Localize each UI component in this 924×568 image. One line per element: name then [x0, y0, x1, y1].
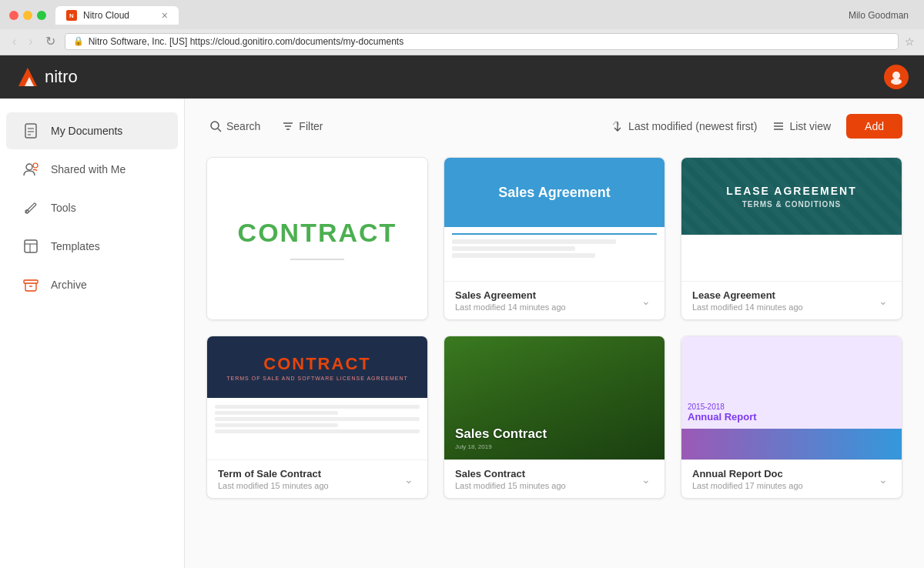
list-view-button[interactable]: List view [769, 115, 834, 137]
doc-info-lease-agreement: Lease Agreement Last modified 14 minutes… [692, 289, 875, 312]
ar-title-text: Annual Report [688, 411, 757, 423]
svg-point-9 [33, 163, 38, 168]
doc-modified-sales-contract: Last modified 15 minutes ago [455, 481, 638, 490]
doc-info-sales-agreement: Sales Agreement Last modified 14 minutes… [455, 289, 638, 312]
templates-icon [22, 237, 40, 256]
app-body: My Documents Shared with Me [0, 99, 924, 568]
la-body [681, 235, 902, 281]
doc-modified-lease-agreement: Last modified 14 minutes ago [692, 302, 875, 312]
doc-name-term-of-sale: Term of Sale Contract [218, 468, 401, 479]
browser-chrome: N Nitro Cloud × Milo Goodman ‹ › ↻ 🔒 Nit… [0, 0, 924, 55]
doc-card-term-of-sale[interactable]: CONTRACT TERMS OF SALE AND SOFTWARE LICE… [206, 336, 428, 499]
la-header: LEASE AGREEMENT Terms & Conditions [681, 158, 902, 235]
logo: nitro [15, 65, 78, 89]
sort-label: Last modified (newest first) [628, 120, 757, 132]
sc-title: Sales Contract [455, 426, 547, 442]
forward-button[interactable]: › [25, 33, 35, 50]
svg-rect-15 [24, 280, 38, 283]
chevron-down-icon-sales-contract[interactable]: ⌄ [638, 470, 654, 489]
sort-button[interactable]: Last modified (newest first) [611, 120, 757, 132]
doc-card-annual-report[interactable]: 2015-2018 Annual Report Annual Report Do… [681, 336, 902, 499]
ar-year-text: 2015-2018 [688, 403, 757, 411]
document-grid: CONTRACT Contract Last modified 5 minute… [206, 157, 902, 499]
nitro-logo-icon [15, 65, 40, 89]
sidebar-item-archive[interactable]: Archive [6, 266, 178, 303]
svg-point-3 [891, 79, 902, 85]
filter-button[interactable]: Filter [279, 115, 326, 137]
doc-modified-sales-agreement: Last modified 14 minutes ago [455, 302, 638, 312]
tab-favicon: N [66, 10, 77, 21]
search-label: Search [226, 120, 260, 132]
search-button[interactable]: Search [206, 115, 263, 137]
ar-bottom [681, 429, 902, 459]
tc-header: CONTRACT TERMS OF SALE AND SOFTWARE LICE… [207, 336, 427, 398]
doc-preview-term-of-sale: CONTRACT TERMS OF SALE AND SOFTWARE LICE… [207, 336, 427, 459]
filter-label: Filter [299, 120, 323, 132]
sidebar-item-label-archive: Archive [51, 279, 87, 291]
doc-footer-term-of-sale: Term of Sale Contract Last modified 15 m… [207, 459, 427, 498]
ssl-icon: 🔒 [73, 36, 84, 46]
tab-close-icon[interactable]: × [162, 9, 168, 22]
toolbar-right: Last modified (newest first) List view A… [611, 114, 902, 139]
doc-preview-sales-agreement: Sales Agreement [444, 158, 665, 281]
bookmark-icon[interactable]: ☆ [905, 35, 915, 48]
svg-rect-4 [25, 124, 36, 138]
sidebar-item-templates[interactable]: Templates [6, 228, 178, 265]
doc-preview-annual-report: 2015-2018 Annual Report [681, 336, 902, 459]
sidebar-item-my-documents[interactable]: My Documents [6, 112, 178, 149]
doc-modified-term-of-sale: Last modified 15 minutes ago [218, 481, 401, 490]
user-avatar[interactable] [884, 65, 909, 89]
chevron-down-icon-sales-agreement[interactable]: ⌄ [638, 292, 654, 310]
maximize-button[interactable] [37, 11, 46, 20]
filter-icon [282, 120, 294, 132]
logo-text: nitro [45, 67, 78, 87]
shared-with-me-icon [22, 160, 40, 179]
sa-header: Sales Agreement [444, 158, 665, 227]
svg-line-18 [218, 129, 221, 132]
doc-card-sales-agreement[interactable]: Sales Agreement Sales Agreement [444, 157, 665, 320]
sa-body [444, 227, 665, 281]
ar-text: 2015-2018 Annual Report [688, 403, 757, 423]
add-button[interactable]: Add [846, 114, 902, 139]
doc-card-lease-agreement[interactable]: LEASE AGREEMENT Terms & Conditions Lease… [681, 157, 902, 320]
svg-rect-10 [26, 203, 36, 213]
archive-icon [22, 276, 40, 294]
doc-info-term-of-sale: Term of Sale Contract Last modified 15 m… [218, 468, 401, 490]
close-button[interactable] [9, 11, 18, 20]
doc-modified-annual-report: Last modified 17 minutes ago [692, 481, 875, 490]
svg-point-2 [892, 72, 900, 79]
active-tab[interactable]: N Nitro Cloud × [55, 6, 179, 25]
app-header: nitro [0, 55, 924, 99]
reload-button[interactable]: ↻ [42, 32, 59, 50]
ar-top: 2015-2018 Annual Report [681, 336, 902, 429]
add-label: Add [865, 120, 884, 132]
doc-footer-sales-contract: Sales Contract Last modified 15 minutes … [444, 459, 665, 498]
svg-rect-12 [25, 240, 37, 252]
doc-footer-contract: Contract Last modified 5 minutes ago ⌄ [207, 319, 427, 320]
contract-preview-text: CONTRACT [238, 218, 397, 248]
doc-preview-contract: CONTRACT [207, 158, 427, 319]
doc-card-sales-contract[interactable]: Sales Contract July 18, 2019 Sales Contr… [444, 336, 665, 499]
doc-card-contract[interactable]: CONTRACT Contract Last modified 5 minute… [206, 157, 428, 320]
sidebar: My Documents Shared with Me [0, 99, 185, 568]
minimize-button[interactable] [23, 11, 32, 20]
chevron-down-icon-lease-agreement[interactable]: ⌄ [875, 292, 891, 310]
address-bar[interactable]: 🔒 Nitro Software, Inc. [US] https://clou… [65, 33, 899, 50]
tab-bar: N Nitro Cloud × [55, 6, 849, 25]
sidebar-item-tools[interactable]: Tools [6, 189, 178, 226]
back-button[interactable]: ‹ [9, 33, 19, 50]
doc-info-annual-report: Annual Report Doc Last modified 17 minut… [692, 468, 875, 490]
svg-point-17 [211, 122, 219, 129]
list-view-label: List view [789, 120, 831, 132]
chevron-down-icon-annual-report[interactable]: ⌄ [875, 470, 891, 489]
tc-body [207, 398, 427, 459]
sidebar-item-label-templates: Templates [51, 240, 100, 252]
sidebar-item-shared-with-me[interactable]: Shared with Me [6, 151, 178, 188]
chevron-down-icon-term-of-sale[interactable]: ⌄ [401, 470, 417, 489]
doc-name-sales-contract: Sales Contract [455, 468, 638, 479]
address-bar-actions: ☆ [905, 35, 915, 48]
sidebar-item-label-tools: Tools [51, 202, 76, 214]
traffic-lights [9, 11, 46, 20]
sc-content: Sales Contract July 18, 2019 [444, 336, 665, 459]
sidebar-item-label-my-documents: My Documents [51, 125, 122, 137]
